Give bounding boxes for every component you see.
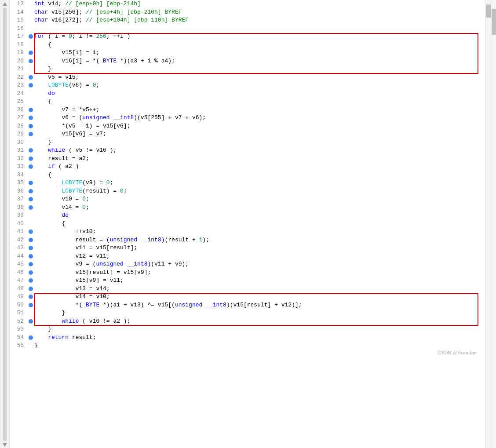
left-gutter[interactable] bbox=[0, 0, 10, 448]
bp-dot bbox=[29, 303, 33, 307]
line-num-41: 41 bbox=[10, 228, 27, 236]
line-num-14: 14 bbox=[10, 8, 27, 17]
line-num-29: 29 bbox=[10, 130, 27, 138]
code-content-50: *(_BYTE *)(a1 + v13) ^= v15[(unsigned __… bbox=[34, 301, 485, 310]
line-num-16: 16 bbox=[10, 25, 27, 33]
code-area: 13int v14; // [esp+0h] [ebp-214h]14char … bbox=[10, 0, 485, 448]
line-num-20: 20 bbox=[10, 57, 27, 66]
line-50: 50 *(_BYTE *)(a1 + v13) ^= v15[(unsigned… bbox=[10, 301, 485, 310]
line-19: 19 v15[i] = i; bbox=[10, 49, 485, 57]
bp-dot bbox=[29, 335, 33, 340]
bp-dot bbox=[29, 270, 33, 275]
bp-dot bbox=[29, 295, 33, 299]
code-content-31: while ( v5 != v16 ); bbox=[34, 146, 485, 155]
code-content-45: v9 = (unsigned __int8)(v11 + v9); bbox=[34, 260, 485, 269]
line-num-13: 13 bbox=[10, 0, 27, 8]
line-14: 14char v15[256]; // [esp+4h] [ebp-210h] … bbox=[10, 8, 485, 17]
code-content-55: } bbox=[34, 342, 485, 350]
line-num-38: 38 bbox=[10, 204, 27, 212]
bp-dot bbox=[29, 51, 33, 55]
line-num-22: 22 bbox=[10, 73, 27, 82]
code-content-37: v10 = 0; bbox=[34, 195, 485, 204]
line-num-37: 37 bbox=[10, 195, 27, 204]
line-45: 45 v9 = (unsigned __int8)(v11 + v9); bbox=[10, 260, 485, 269]
line-55: 55} bbox=[10, 342, 485, 350]
line-41: 41 ++v10; bbox=[10, 228, 485, 236]
line-47: 47 v15[v9] = v11; bbox=[10, 277, 485, 285]
bp-dot bbox=[29, 83, 33, 87]
line-34: 34 { bbox=[10, 171, 485, 179]
line-53: 53 } bbox=[10, 325, 485, 334]
line-num-33: 33 bbox=[10, 163, 27, 171]
line-num-17: 17 bbox=[10, 33, 27, 41]
line-num-24: 24 bbox=[10, 90, 27, 98]
code-content-39: do bbox=[34, 211, 485, 220]
bp-dot bbox=[29, 108, 33, 112]
line-38: 38 v14 = 0; bbox=[10, 204, 485, 212]
line-num-18: 18 bbox=[10, 41, 27, 49]
line-16: 16 bbox=[10, 25, 485, 33]
code-content-38: v14 = 0; bbox=[34, 204, 485, 212]
scroll-down-arrow[interactable] bbox=[3, 443, 7, 447]
bp-dot bbox=[29, 229, 33, 234]
bp-dot bbox=[29, 278, 33, 283]
line-num-40: 40 bbox=[10, 220, 27, 228]
bp-dot bbox=[29, 319, 33, 324]
line-num-39: 39 bbox=[10, 211, 27, 220]
line-33: 33 if ( a2 ) bbox=[10, 163, 485, 171]
line-num-46: 46 bbox=[10, 269, 27, 277]
scroll-up-arrow[interactable] bbox=[3, 2, 7, 6]
bp-dot bbox=[29, 189, 33, 193]
line-num-35: 35 bbox=[10, 179, 27, 187]
bp-dot bbox=[29, 157, 33, 161]
line-num-15: 15 bbox=[10, 16, 27, 25]
bp-dot bbox=[29, 287, 33, 291]
line-num-44: 44 bbox=[10, 252, 27, 261]
code-content-28: *(v5 - 1) = v15[v6]; bbox=[34, 122, 485, 131]
line-25: 25 { bbox=[10, 98, 485, 106]
right-scrollbar[interactable] bbox=[491, 0, 496, 448]
editor-container: 13int v14; // [esp+0h] [ebp-214h]14char … bbox=[0, 0, 496, 448]
line-30: 30 } bbox=[10, 138, 485, 147]
code-content-13: int v14; // [esp+0h] [ebp-214h] bbox=[34, 0, 485, 8]
line-39: 39 do bbox=[10, 211, 485, 220]
code-content-30: } bbox=[34, 138, 485, 147]
line-num-48: 48 bbox=[10, 285, 27, 293]
code-content-54: return result; bbox=[34, 334, 485, 342]
line-26: 26 v7 = *v5++; bbox=[10, 106, 485, 114]
bp-dot bbox=[29, 246, 33, 250]
line-32: 32 result = a2; bbox=[10, 155, 485, 163]
line-35: 35 LOBYTE(v9) = 0; bbox=[10, 179, 485, 187]
bp-dot bbox=[29, 181, 33, 185]
line-46: 46 v15[result] = v15[v9]; bbox=[10, 269, 485, 277]
line-54: 54 return result; bbox=[10, 334, 485, 342]
code-content-51: } bbox=[34, 309, 485, 317]
code-content-48: v13 = v14; bbox=[34, 285, 485, 293]
line-num-55: 55 bbox=[10, 342, 27, 350]
line-52: 52 while ( v10 != a2 ); bbox=[10, 317, 485, 326]
bp-dot bbox=[29, 34, 33, 39]
code-content-46: v15[result] = v15[v9]; bbox=[34, 269, 485, 277]
line-num-50: 50 bbox=[10, 301, 27, 310]
line-20: 20 v16[i] = *(_BYTE *)(a3 + i % a4); bbox=[10, 57, 485, 66]
line-18: 18 { bbox=[10, 41, 485, 49]
line-17: 17for ( i = 0; i != 256; ++i ) bbox=[10, 33, 485, 41]
right-scrollbar[interactable] bbox=[485, 0, 491, 448]
code-content-20: v16[i] = *(_BYTE *)(a3 + i % a4); bbox=[34, 57, 485, 66]
code-content-32: result = a2; bbox=[34, 155, 485, 163]
line-21: 21 } bbox=[10, 65, 485, 73]
code-content-14: char v15[256]; // [esp+4h] [ebp-210h] BY… bbox=[34, 8, 485, 17]
bp-dot bbox=[29, 132, 33, 136]
code-content-47: v15[v9] = v11; bbox=[34, 277, 485, 285]
code-content-44: v12 = v11; bbox=[34, 252, 485, 261]
scrollbar-thumb[interactable] bbox=[492, 9, 496, 35]
line-num-21: 21 bbox=[10, 65, 27, 73]
line-num-30: 30 bbox=[10, 138, 27, 147]
code-content-34: { bbox=[34, 171, 485, 179]
line-27: 27 v6 = (unsigned __int8)(v5[255] + v7 +… bbox=[10, 114, 485, 122]
watermark: CSDN @Sciurdae bbox=[438, 349, 477, 357]
code-content-21: } bbox=[34, 65, 485, 73]
line-37: 37 v10 = 0; bbox=[10, 195, 485, 204]
line-15: 15char v16[272]; // [esp+104h] [ebp-110h… bbox=[10, 16, 485, 25]
code-wrapper: 13int v14; // [esp+0h] [ebp-214h]14char … bbox=[10, 0, 485, 359]
